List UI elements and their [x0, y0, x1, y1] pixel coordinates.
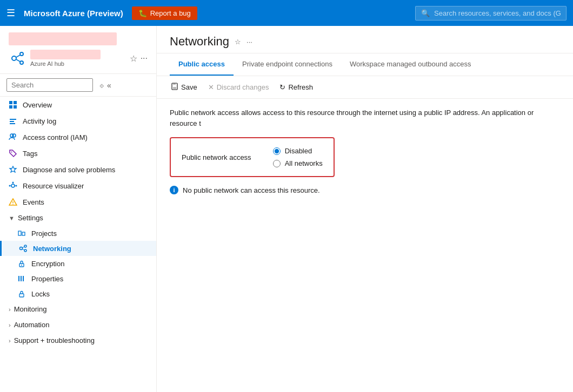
radio-disabled-input[interactable] [273, 147, 281, 155]
tabs-bar: Public access Private endpoint connectio… [157, 53, 573, 76]
svg-line-30 [23, 247, 25, 248]
svg-point-0 [12, 56, 16, 60]
settings-section-label: Settings [18, 214, 43, 222]
radio-all-networks-option[interactable]: All networks [273, 159, 323, 167]
title-favorite-icon[interactable]: ☆ [235, 38, 241, 46]
automation-section-label: Automation [14, 321, 50, 329]
svg-point-29 [24, 249, 26, 252]
encryption-label: Encryption [31, 260, 64, 268]
hub-icon [9, 50, 26, 67]
projects-icon [17, 229, 26, 238]
support-chevron-icon: › [9, 337, 11, 344]
radio-disabled-option[interactable]: Disabled [273, 147, 323, 155]
resource-type-label: Azure AI hub [30, 60, 101, 67]
svg-point-27 [20, 247, 23, 250]
networking-label: Networking [33, 245, 71, 253]
title-more-icon[interactable]: ··· [246, 38, 252, 46]
svg-point-24 [12, 204, 14, 205]
monitoring-chevron-icon: › [9, 306, 11, 313]
svg-rect-9 [10, 119, 16, 120]
events-label: Events [23, 198, 44, 206]
locks-label: Locks [31, 290, 50, 298]
sidebar-item-resource-visualizer[interactable]: Resource visualizer [0, 178, 156, 194]
sidebar-item-activity-log[interactable]: Activity log [0, 113, 156, 129]
svg-rect-34 [18, 276, 19, 281]
collapse-icon[interactable]: « [107, 81, 111, 90]
hamburger-menu-icon[interactable]: ☰ [6, 7, 15, 19]
toolbar: Save ✕ Discard changes ↻ Refresh [157, 76, 573, 99]
events-icon [9, 198, 17, 206]
svg-rect-8 [14, 105, 17, 109]
main-layout: Azure AI hub ☆ ··· ⟐ « Overview [0, 26, 573, 392]
svg-rect-36 [23, 276, 24, 281]
diagnose-icon [9, 165, 17, 174]
search-icon: 🔍 [421, 9, 430, 17]
sidebar-item-encryption[interactable]: Encryption [0, 256, 156, 271]
svg-point-17 [16, 185, 17, 187]
radio-all-networks-input[interactable] [273, 160, 281, 167]
sidebar-item-overview[interactable]: Overview [0, 97, 156, 113]
sidebar-item-tags[interactable]: Tags [0, 145, 156, 161]
automation-section-header[interactable]: › Automation [0, 317, 156, 333]
report-bug-button[interactable]: 🐛 Report a bug [132, 6, 197, 20]
resource-header: Azure AI hub ☆ ··· [0, 26, 156, 74]
info-icon: i [170, 186, 178, 194]
svg-line-31 [23, 249, 25, 250]
content-body: Public network access allows access to t… [157, 99, 573, 392]
network-access-label: Public network access [182, 153, 251, 161]
svg-line-4 [16, 59, 20, 62]
encryption-icon [17, 259, 26, 268]
sidebar-item-locks[interactable]: Locks [0, 286, 156, 301]
svg-line-3 [16, 55, 20, 57]
tab-outbound-access[interactable]: Workspace managed outbound access [341, 53, 480, 76]
svg-point-15 [11, 184, 15, 187]
global-search-input[interactable] [434, 9, 561, 17]
refresh-icon: ↻ [279, 83, 285, 91]
sidebar-item-access-control[interactable]: Access control (IAM) [0, 129, 156, 145]
global-search[interactable]: 🔍 [415, 6, 567, 21]
sidebar-item-events[interactable]: Events [0, 194, 156, 210]
radio-disabled-label: Disabled [285, 147, 312, 155]
sidebar: Azure AI hub ☆ ··· ⟐ « Overview [0, 26, 157, 392]
sidebar-item-projects[interactable]: Projects [0, 226, 156, 241]
overview-label: Overview [23, 101, 52, 109]
access-control-label: Access control (IAM) [23, 133, 88, 141]
svg-rect-25 [18, 231, 21, 235]
svg-rect-40 [173, 83, 176, 85]
sidebar-search-input[interactable] [6, 78, 93, 92]
svg-point-2 [20, 61, 23, 64]
svg-point-28 [24, 245, 26, 247]
app-title: Microsoft Azure (Preview) [24, 9, 123, 18]
sidebar-item-properties[interactable]: Properties [0, 271, 156, 286]
save-icon [171, 83, 178, 92]
network-access-radio-group: Disabled All networks [273, 147, 323, 167]
svg-rect-10 [10, 121, 14, 122]
settings-section-header[interactable]: ▼ Settings [0, 210, 156, 226]
resource-name-bar [9, 32, 117, 45]
settings-chevron-icon: ▼ [9, 215, 15, 221]
tab-public-access[interactable]: Public access [170, 53, 234, 76]
tab-private-endpoint[interactable]: Private endpoint connections [234, 53, 341, 76]
diagnose-label: Diagnose and solve problems [23, 166, 115, 174]
sidebar-search-area: ⟐ « [0, 74, 156, 97]
support-section-header[interactable]: › Support + troubleshooting [0, 333, 156, 348]
sidebar-item-networking[interactable]: Networking [0, 241, 156, 256]
svg-rect-35 [21, 276, 22, 281]
discard-button[interactable]: ✕ Discard changes [207, 81, 270, 93]
locks-icon [17, 289, 26, 298]
refresh-button[interactable]: ↻ Refresh [278, 81, 314, 93]
filter-icon[interactable]: ⟐ [99, 81, 104, 90]
properties-icon [17, 274, 26, 283]
projects-label: Projects [31, 229, 57, 238]
more-options-icon[interactable]: ··· [141, 53, 148, 64]
monitoring-section-header[interactable]: › Monitoring [0, 301, 156, 317]
resource-name-redacted [30, 50, 101, 59]
resource-visualizer-icon [9, 181, 17, 190]
access-control-icon [9, 133, 17, 141]
save-button[interactable]: Save [170, 80, 198, 94]
svg-rect-11 [10, 123, 15, 124]
automation-chevron-icon: › [9, 322, 11, 328]
favorite-icon[interactable]: ☆ [130, 53, 137, 64]
discard-icon: ✕ [208, 83, 214, 91]
sidebar-item-diagnose[interactable]: Diagnose and solve problems [0, 161, 156, 178]
